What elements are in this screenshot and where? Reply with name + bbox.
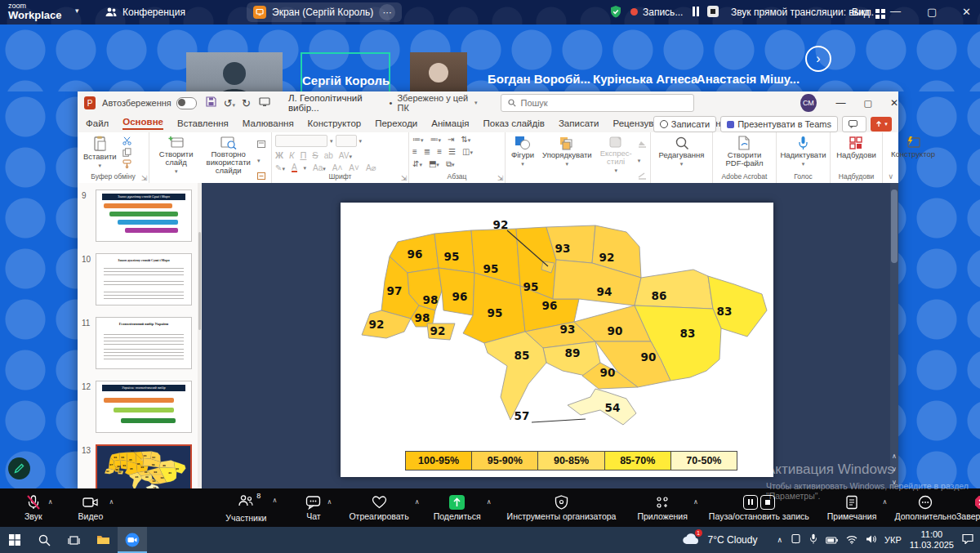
- chevron-down-icon[interactable]: ▾: [474, 100, 478, 106]
- scrollbar-thumb[interactable]: [891, 190, 898, 263]
- share-button[interactable]: ▾: [871, 117, 892, 132]
- slide-thumbnail-11[interactable]: Геополітичний вибір України: [96, 317, 192, 369]
- present-in-teams-button[interactable]: Презентувати в Teams: [720, 116, 838, 132]
- end-meeting-button[interactable]: Завершение: [956, 495, 980, 521]
- ppt-restore-button[interactable]: ▢: [864, 98, 872, 109]
- volume-tray-icon[interactable]: [866, 533, 876, 547]
- numbering-button[interactable]: ≕▾: [430, 135, 442, 144]
- bullets-button[interactable]: ≔▾: [412, 135, 424, 144]
- addins-button[interactable]: Надбудови: [834, 135, 879, 160]
- pause-stop-recording-button[interactable]: Пауза/остановить запись: [709, 495, 809, 521]
- ppt-minimize-button[interactable]: —: [836, 97, 846, 109]
- minimize-button[interactable]: —: [890, 5, 901, 17]
- device-tray-icon[interactable]: [791, 533, 801, 547]
- shared-screen-tab[interactable]: Экран (Сергій Король) ⋯: [247, 2, 402, 22]
- mute-button[interactable]: ∧ Звук: [24, 495, 42, 521]
- chevron-up-icon[interactable]: ∧: [883, 498, 888, 506]
- battery-tray-icon[interactable]: [826, 533, 838, 547]
- tab-animations[interactable]: Анімація: [431, 118, 469, 128]
- language-indicator[interactable]: УКР: [884, 535, 902, 545]
- weather-cloud-icon[interactable]: 1: [682, 533, 700, 548]
- redo-icon[interactable]: ↻: [242, 97, 251, 109]
- justify-button[interactable]: ☰: [448, 147, 456, 156]
- slide-13-canvas[interactable]: 96 95 95 95 93 92 97 98 96 95 92 98: [341, 203, 773, 477]
- chevron-up-icon[interactable]: ∧: [48, 498, 53, 506]
- editing-button[interactable]: Редагування▾: [657, 135, 707, 169]
- dictate-button[interactable]: Надиктувати▾: [777, 135, 828, 169]
- chevron-down-icon[interactable]: ▾: [75, 7, 79, 15]
- task-view-button[interactable]: [59, 527, 88, 553]
- collapse-chevron-icon[interactable]: ∨: [890, 477, 898, 488]
- arrange-button[interactable]: Упорядкувати▾: [540, 135, 595, 169]
- text-direction-button[interactable]: ⇵▾: [412, 159, 422, 169]
- chevron-up-icon[interactable]: ∧: [487, 498, 492, 506]
- slide-scrollbar[interactable]: [890, 183, 898, 488]
- tab-insert[interactable]: Вставлення: [177, 118, 229, 128]
- align-center-button[interactable]: ≣: [424, 147, 430, 156]
- tab-home[interactable]: Основне: [122, 117, 163, 130]
- zoom-app-button[interactable]: [118, 527, 147, 553]
- copy-icon[interactable]: [122, 148, 131, 157]
- tab-draw[interactable]: Малювання: [243, 118, 294, 128]
- slide-layout-icon[interactable]: ▾: [257, 136, 268, 166]
- shapes-button[interactable]: Фігури▾: [509, 135, 537, 169]
- align-text-button[interactable]: ⬒▾: [429, 159, 439, 169]
- share-screen-button[interactable]: ∧ Поделиться: [434, 495, 481, 521]
- slide-thumbnail-13-selected[interactable]: [96, 444, 192, 488]
- view-button-label[interactable]: Вид: [852, 7, 870, 18]
- start-button[interactable]: [0, 527, 29, 553]
- meeting-label[interactable]: Конференция: [122, 7, 185, 18]
- view-grid-icon[interactable]: [875, 7, 885, 22]
- reset-slide-icon[interactable]: [257, 168, 268, 183]
- undo-icon[interactable]: ↺▾: [224, 97, 235, 109]
- record-button[interactable]: Записати: [653, 116, 716, 132]
- clock[interactable]: 11:00 11.03.2025: [910, 529, 954, 551]
- slide-thumbnail-10[interactable]: Закон дуалізму стихій Суші і Моря: [96, 253, 192, 305]
- more-button[interactable]: Дополнительно: [894, 495, 956, 521]
- cut-icon[interactable]: [122, 136, 131, 145]
- chevron-up-icon[interactable]: ∧: [273, 497, 278, 504]
- reuse-slides-button[interactable]: Повторно використати слайди: [203, 135, 254, 176]
- tab-file[interactable]: Файл: [86, 118, 109, 128]
- file-explorer-button[interactable]: [88, 527, 118, 553]
- taskbar-search-button[interactable]: [29, 527, 59, 553]
- autosave-toggle[interactable]: [176, 97, 197, 109]
- new-slide-button[interactable]: Створити слайд▾: [153, 135, 199, 176]
- chevron-up-icon[interactable]: ∧: [415, 498, 420, 506]
- restore-button[interactable]: ▢: [927, 6, 937, 18]
- dialog-launcher-icon[interactable]: ⇲: [141, 174, 147, 182]
- next-participants-button[interactable]: ›: [805, 46, 831, 72]
- search-input[interactable]: Пошук: [501, 94, 695, 112]
- line-spacing-button[interactable]: ⇅▾: [461, 135, 470, 144]
- align-right-button[interactable]: ≡: [437, 147, 442, 156]
- slide-thumbnail-12[interactable]: Україна: геополітичний вибір: [96, 381, 192, 433]
- pause-recording-button[interactable]: [693, 7, 699, 16]
- paste-button[interactable]: Вставити▾: [81, 135, 119, 171]
- react-button[interactable]: ∧ Отреагировать: [349, 495, 408, 521]
- create-pdf-button[interactable]: Створити PDF-файл: [716, 135, 773, 168]
- close-button[interactable]: ✕: [962, 6, 971, 18]
- tab-slideshow[interactable]: Показ слайдів: [483, 118, 545, 128]
- notes-button[interactable]: ∧ Примечания: [827, 495, 877, 521]
- start-slideshow-icon[interactable]: [259, 96, 270, 110]
- tab-transitions[interactable]: Переходи: [375, 118, 417, 128]
- ppt-close-button[interactable]: ✕: [890, 97, 898, 109]
- apps-button[interactable]: ∧ Приложения: [637, 495, 687, 521]
- hidden-icons-chevron[interactable]: ∧: [777, 536, 782, 544]
- tab-record[interactable]: Записати: [559, 118, 599, 128]
- tab-design[interactable]: Конструктор: [308, 118, 362, 128]
- chevron-up-icon[interactable]: ∧: [327, 498, 332, 506]
- designer-button[interactable]: Конструктор: [889, 135, 938, 159]
- indent-more-button[interactable]: ⇥: [448, 135, 454, 144]
- dialog-launcher-icon[interactable]: ⇲: [401, 174, 407, 182]
- smartart-button[interactable]: ⧉▾: [446, 159, 455, 169]
- next-slide-button[interactable]: ∨: [890, 464, 898, 475]
- action-center-icon[interactable]: [962, 533, 973, 547]
- dialog-launcher-icon[interactable]: ⇲: [497, 174, 503, 182]
- columns-button[interactable]: ◫▾: [462, 147, 473, 156]
- account-avatar[interactable]: СМ: [800, 94, 816, 112]
- save-icon[interactable]: [206, 96, 216, 110]
- mic-tray-icon[interactable]: [809, 533, 817, 547]
- annotation-pencil-button[interactable]: [8, 457, 30, 479]
- stop-recording-button[interactable]: [707, 6, 719, 17]
